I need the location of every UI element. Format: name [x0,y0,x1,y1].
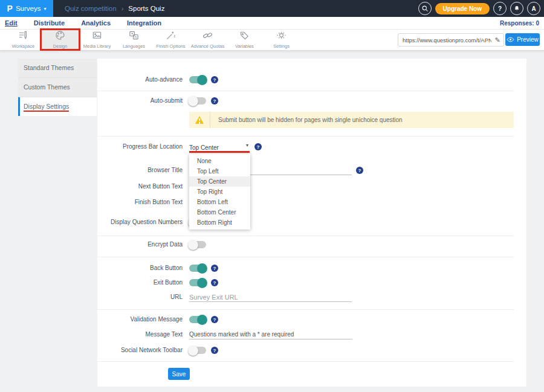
dropdown-option-none[interactable]: None [189,156,250,166]
toolbar-item-label: Design [53,43,67,49]
breadcrumb: Quiz competition › Sports Quiz [65,5,164,12]
edit-url-pencil-icon[interactable]: ✎ [491,36,504,44]
languages-icon: A [128,30,140,43]
toolbar-item-label: Workspace [12,43,34,49]
display-question-numbers-label: Display Question Numbers [97,217,183,228]
selected-value: Top Center [189,144,219,151]
back-button-label: Back Button [97,263,183,274]
dropdown-option-top-right[interactable]: Top Right [189,187,250,197]
sidebar-item-standard-themes[interactable]: Standard Themes [18,59,97,78]
auto-advance-toggle[interactable] [189,76,206,83]
toolbar-item-languages[interactable]: A Languages [115,30,152,49]
form-row-encrypt-data: Encrypt Data [97,239,520,250]
toolbar-item-settings[interactable]: Settings [263,30,300,49]
progress-bar-location-dropdown: None Top Left Top Center Top Right Botto… [189,154,250,230]
exit-button-toggle[interactable] [189,279,206,286]
form-row-progress-bar-location: Progress Bar Location Top Center ▾ ? [97,141,520,152]
finish-button-text-label: Finish Button Text [97,197,183,208]
toolbar-item-media-library[interactable]: Media Library [79,30,115,49]
dropdown-option-bottom-right[interactable]: Bottom Right [189,217,250,228]
workspace-icon [18,30,29,43]
form-row-exit-url: URL [97,292,520,303]
form-row-auto-advance: Auto-advance ? [97,74,520,85]
auto-submit-toggle[interactable] [189,97,206,104]
design-palette-icon [54,30,66,43]
search-icon[interactable] [418,2,432,15]
divider [97,309,514,310]
svg-text:A: A [135,35,137,39]
display-settings-label: Display Settings [24,103,69,112]
chevron-down-icon: ▾ [44,6,46,11]
variables-tag-icon [239,30,250,43]
form-row-social-network-toolbar: Social Network Toolbar ? [97,345,520,356]
message-text-input[interactable] [189,330,352,339]
toolbar-item-workspace[interactable]: Workspace [5,30,42,49]
sidebar-item-display-settings[interactable]: Display Settings [18,97,97,116]
exit-button-help-icon[interactable]: ? [211,279,218,286]
surveys-menu-label: Surveys [16,5,41,12]
help-circle-icon[interactable]: ? [493,2,507,15]
nav-tab-analytics[interactable]: Analytics [81,19,111,27]
auto-submit-help-icon[interactable]: ? [211,97,218,104]
auto-submit-warning: Submit button will be hidden for pages w… [189,112,514,128]
design-sidebar: Standard Themes Custom Themes Display Se… [18,59,97,116]
toolbar-item-advance-quotas[interactable]: Advance Quotas [189,30,226,49]
toolbar-item-variables[interactable]: Variables [226,30,263,49]
back-button-help-icon[interactable]: ? [211,265,218,272]
responses-count[interactable]: Responses: 0 [500,20,539,27]
toolbar-item-design[interactable]: Design [42,30,79,49]
notifications-bell-icon[interactable] [510,2,523,15]
nav-tab-integration[interactable]: Integration [127,19,161,27]
progress-bar-help-icon[interactable]: ? [254,143,262,150]
toolbar-item-label: Languages [123,43,145,49]
finish-options-wand-icon [165,30,176,43]
progress-bar-location-label: Progress Bar Location [97,141,183,152]
app-window: P Surveys ▾ Quiz competition › Sports Qu… [0,0,544,392]
dropdown-option-bottom-center[interactable]: Bottom Center [189,207,250,217]
toolbar-item-label: Settings [273,43,290,49]
survey-nav: Edit Distribute Analytics Integration Re… [0,17,544,30]
media-library-icon [91,30,103,43]
edit-toolbar: Workspace Design Media Library A Languag… [0,30,544,51]
user-avatar[interactable]: A [527,2,540,15]
dropdown-option-bottom-left[interactable]: Bottom Left [189,197,250,207]
nav-tab-edit[interactable]: Edit [5,19,18,27]
social-network-toolbar-help-icon[interactable]: ? [211,347,218,354]
divider [97,257,514,257]
validation-message-help-icon[interactable]: ? [211,316,218,323]
encrypt-data-toggle[interactable] [189,241,206,248]
validation-message-toggle[interactable] [189,316,206,323]
divider [97,91,514,91]
survey-url-field[interactable]: https://www.questionpro.com/t/APNrFZ ✎ [398,33,504,47]
dropdown-option-top-center[interactable]: Top Center [189,176,250,187]
eye-icon [507,37,514,42]
save-button[interactable]: Save [168,368,190,380]
survey-url-text: https://www.questionpro.com/t/APNrFZ [398,37,491,43]
dropdown-option-top-left[interactable]: Top Left [189,166,250,176]
toolbar-item-finish-options[interactable]: Finish Options [152,30,189,49]
surveys-menu[interactable]: P Surveys ▾ [0,0,53,17]
nav-tab-distribute[interactable]: Distribute [34,19,65,27]
exit-url-input[interactable] [189,292,352,302]
form-row-next-button-text: Next Button Text [97,181,520,192]
progress-bar-location-select[interactable]: Top Center ▾ [189,141,250,153]
next-button-text-label: Next Button Text [97,181,183,192]
sidebar-item-custom-themes[interactable]: Custom Themes [18,78,97,97]
breadcrumb-parent[interactable]: Quiz competition [65,5,117,12]
social-network-toolbar-toggle[interactable] [189,347,206,354]
preview-button[interactable]: Preview [505,33,540,46]
auto-advance-help-icon[interactable]: ? [211,76,218,83]
auto-submit-label: Auto-submit [97,95,183,106]
form-row-display-question-numbers: Display Question Numbers [97,217,520,228]
chevron-down-icon: ▾ [246,143,248,148]
exit-button-label: Exit Button [97,277,183,288]
form-row-exit-button: Exit Button ? [97,277,520,288]
back-button-toggle[interactable] [189,265,206,272]
toolbar-item-label: Advance Quotas [191,43,224,49]
upgrade-now-button[interactable]: Upgrade Now [435,3,490,14]
breadcrumb-separator-icon: › [121,5,124,12]
browser-title-help-icon[interactable]: ? [356,167,363,174]
settings-gear-icon [276,30,287,43]
form-row-auto-submit: Auto-submit ? [97,95,520,106]
topbar: P Surveys ▾ Quiz competition › Sports Qu… [0,0,544,17]
